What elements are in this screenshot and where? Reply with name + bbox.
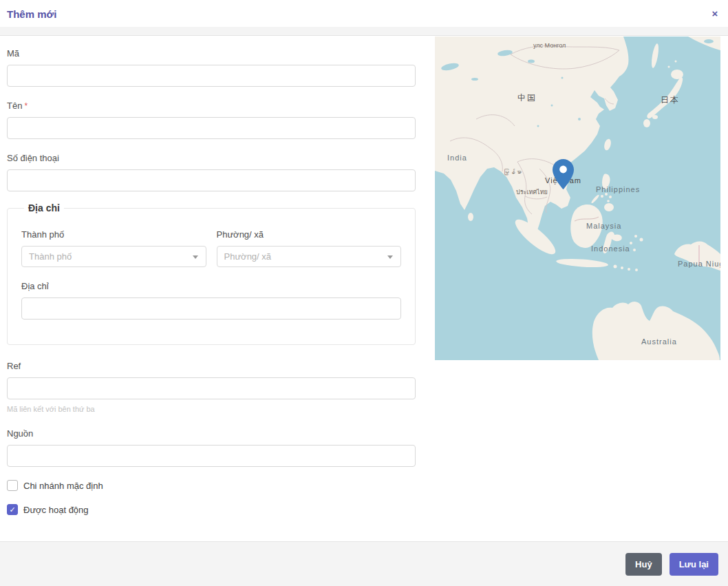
map-canvas[interactable]: улс Монгол 中国 日本 India မြန်မာ Việt Nam ป… [435, 36, 720, 360]
close-icon[interactable]: × [709, 8, 721, 20]
default-branch-checkbox-row[interactable]: ✓ Chi nhánh mặc định [7, 480, 416, 491]
code-label: Mã [7, 48, 416, 59]
map[interactable]: улс Монгол 中国 日本 India မြန်မာ Việt Nam ป… [435, 36, 720, 360]
source-input[interactable] [7, 445, 416, 467]
chevron-down-icon [193, 255, 198, 259]
city-label: Thành phố [21, 229, 206, 240]
map-label-philippines: Philippines [596, 185, 640, 193]
code-input[interactable] [7, 65, 416, 87]
dialog-body: Mã Tên* Số điện thoại Địa chỉ Thành phố … [0, 36, 728, 541]
map-label-japan: 日本 [661, 95, 680, 105]
ward-select[interactable]: Phường/ xã [217, 246, 402, 267]
name-label: Tên* [7, 101, 416, 111]
address-fieldset: Địa chỉ Thành phố Thành phố Phường/ xã P… [7, 202, 416, 345]
source-label: Nguồn [7, 428, 416, 439]
ward-select-placeholder: Phường/ xã [224, 251, 272, 262]
map-label-mongolia: улс Монгол [533, 42, 566, 49]
map-lake [704, 39, 714, 43]
street-address-label: Địa chỉ [21, 281, 401, 291]
dialog-footer: Huỷ Lưu lại [0, 541, 728, 586]
save-button[interactable]: Lưu lại [670, 553, 718, 576]
active-checkbox-label: Được hoạt động [23, 505, 89, 515]
active-checkbox-row[interactable]: ✓ Được hoạt động [7, 504, 416, 515]
name-input[interactable] [7, 117, 416, 139]
phone-input[interactable] [7, 169, 416, 191]
dialog-header: Thêm mới × [0, 0, 728, 27]
city-select-placeholder: Thành phố [29, 251, 72, 262]
ref-helper-text: Mã liên kết với bên thứ ba [7, 405, 416, 413]
chevron-down-icon [387, 255, 393, 259]
ref-input[interactable] [7, 377, 416, 399]
header-divider [0, 27, 728, 36]
street-address-input[interactable] [21, 297, 401, 320]
map-label-thailand: ประเทศไทย [516, 189, 548, 196]
map-label-india: India [447, 154, 467, 162]
map-label-malaysia: Malaysia [586, 222, 621, 230]
map-label-papua-new-guinea: Papua Niugini [678, 260, 720, 268]
add-new-dialog: Thêm mới × Mã Tên* Số điện thoại Địa chỉ… [0, 0, 728, 586]
check-icon: ✓ [9, 506, 15, 514]
ref-label: Ref [7, 361, 416, 371]
ward-label: Phường/ xã [217, 229, 402, 240]
default-branch-checkbox-label: Chi nhánh mặc định [23, 481, 103, 491]
map-label-indonesia: Indonesia [591, 244, 630, 253]
map-label-china: 中国 [517, 93, 537, 103]
default-branch-checkbox[interactable]: ✓ [7, 480, 18, 491]
map-label-myanmar: မြန်မာ [503, 169, 522, 176]
page-title: Thêm mới [7, 8, 56, 20]
map-label-australia: Australia [641, 337, 677, 346]
phone-label: Số điện thoại [7, 153, 416, 163]
active-checkbox[interactable]: ✓ [7, 504, 18, 515]
cancel-button[interactable]: Huỷ [625, 553, 662, 576]
address-legend: Địa chỉ [24, 202, 64, 213]
required-asterisk: * [24, 101, 28, 111]
name-label-text: Tên [7, 101, 22, 111]
form-column: Mã Tên* Số điện thoại Địa chỉ Thành phố … [7, 36, 416, 515]
city-select[interactable]: Thành phố [21, 246, 206, 267]
